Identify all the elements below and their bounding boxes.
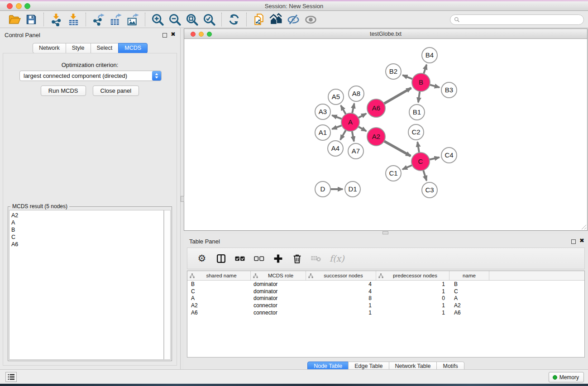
delete-table-icon[interactable] <box>310 253 322 264</box>
run-mcds-button[interactable]: Run MCDS <box>41 86 86 96</box>
memory-button[interactable]: Memory <box>549 372 584 382</box>
cell: 8 <box>306 295 376 301</box>
main-toolbar <box>0 11 588 28</box>
close-table-panel-icon[interactable]: ✖ <box>579 238 584 244</box>
cell: B <box>449 281 489 287</box>
search-icon <box>454 17 460 23</box>
table-panel-header: Table Panel ✖ <box>184 234 588 246</box>
table-row[interactable]: A2connector11A2 <box>187 302 584 309</box>
tab-style[interactable]: Style <box>66 43 91 53</box>
zoom-in-icon[interactable] <box>149 12 166 27</box>
search-box[interactable] <box>450 14 584 25</box>
control-panel-header: Control Panel ✖ <box>0 28 180 40</box>
tab-select[interactable]: Select <box>91 43 119 53</box>
eye-icon[interactable] <box>302 12 319 27</box>
copy-networks-icon[interactable] <box>250 12 268 27</box>
deselect-all-icon[interactable] <box>253 253 265 264</box>
optimization-criterion-select[interactable]: largest connected component (directed) <box>19 71 162 81</box>
zoom-out-icon[interactable] <box>166 12 183 27</box>
mcds-result-groupbox: MCDS result (5 nodes) A2ABCA6 <box>8 206 172 361</box>
cell: 1 <box>376 288 449 295</box>
import-network-icon[interactable] <box>48 12 65 27</box>
delete-column-icon[interactable] <box>291 253 303 264</box>
gear-icon[interactable]: ⚙ <box>196 253 208 264</box>
column-header-shared-name[interactable]: shared name <box>187 271 251 280</box>
export-network-icon[interactable] <box>90 12 107 27</box>
column-header-successor-nodes[interactable]: successor nodes <box>306 271 376 280</box>
save-session-icon[interactable] <box>23 12 40 27</box>
toolbar-separator <box>221 13 222 26</box>
cell: A2 <box>449 302 489 309</box>
cell: connector <box>251 302 306 309</box>
table-row[interactable]: Bdominator41B <box>187 281 584 288</box>
node-label-C4: C4 <box>445 151 453 159</box>
node-label-A5: A5 <box>332 93 340 100</box>
splitter-handle[interactable] <box>181 196 184 202</box>
node-table: shared nameMCDS rolesuccessor nodesprede… <box>187 271 585 357</box>
table-row[interactable]: Adominator80A <box>187 295 584 302</box>
task-history-button[interactable] <box>5 372 17 382</box>
result-item[interactable]: B <box>11 226 163 234</box>
cell: A <box>187 295 251 301</box>
attribute-type-icon <box>253 273 258 278</box>
open-session-icon[interactable] <box>5 12 23 27</box>
table-row[interactable]: A6connector11A6 <box>187 309 584 316</box>
cell: 4 <box>306 281 376 287</box>
zoom-selected-icon[interactable] <box>201 12 218 27</box>
eye-slash-icon[interactable] <box>285 12 302 27</box>
toolbar-separator <box>145 13 145 26</box>
result-item[interactable]: A6 <box>11 241 163 248</box>
export-table-icon[interactable] <box>107 12 124 27</box>
column-header-predecessor-nodes[interactable]: predecessor nodes <box>376 271 449 280</box>
attribute-type-icon <box>190 273 195 278</box>
network-canvas[interactable]: AA1A2A3A4A5A6A7A8BB1B2B3B4CC1C2C3C4DD1 <box>185 39 587 230</box>
close-panel-button[interactable]: Close panel <box>93 86 139 96</box>
import-table-icon[interactable] <box>65 12 82 27</box>
splitter-handle-horizontal[interactable] <box>382 231 388 234</box>
column-header-name[interactable]: name <box>449 271 489 280</box>
add-column-icon[interactable] <box>272 253 284 264</box>
select-all-icon[interactable] <box>234 253 246 264</box>
split-columns-icon[interactable] <box>215 253 227 264</box>
node-label-A2: A2 <box>372 133 380 140</box>
node-label-B4: B4 <box>425 51 434 59</box>
network-window-titlebar: testGlobe.txt <box>184 29 587 39</box>
window-title: Session: New Session <box>0 3 588 10</box>
tab-network[interactable]: Network <box>33 43 66 53</box>
node-label-A4: A4 <box>331 144 339 152</box>
cell: 0 <box>376 295 449 301</box>
zoom-fit-icon[interactable] <box>183 12 201 27</box>
home-icon[interactable] <box>268 12 285 27</box>
column-header-MCDS-role[interactable]: MCDS role <box>251 271 306 280</box>
cell: dominator <box>251 288 306 295</box>
attribute-type-icon <box>308 273 313 278</box>
control-panel-title: Control Panel <box>5 32 40 38</box>
cell: B <box>187 281 251 287</box>
close-panel-icon[interactable]: ✖ <box>171 31 176 38</box>
search-input[interactable] <box>460 15 583 24</box>
toolbar-separator <box>86 13 86 26</box>
tab-mcds[interactable]: MCDS <box>118 43 148 53</box>
memory-label: Memory <box>559 374 579 381</box>
cell: C <box>187 288 251 295</box>
desktop-wallpaper-strip-bottom <box>0 384 588 386</box>
node-label-C1: C1 <box>389 169 397 177</box>
dropdown-stepper-icon <box>152 71 161 81</box>
float-table-panel-icon[interactable] <box>571 239 576 244</box>
node-label-A8: A8 <box>352 90 360 97</box>
float-panel-icon[interactable] <box>163 33 167 38</box>
export-image-icon[interactable] <box>124 12 141 27</box>
result-item[interactable]: A2 <box>11 212 163 219</box>
result-scrollbar[interactable] <box>164 210 171 360</box>
mcds-result-title: MCDS result (5 nodes) <box>10 203 69 210</box>
refresh-network-icon[interactable] <box>225 12 243 27</box>
control-panel-tabs: NetworkStyleSelectMCDS <box>0 43 180 53</box>
table-row[interactable]: Cdominator41C <box>187 288 584 295</box>
result-item[interactable]: A <box>11 219 163 226</box>
result-item[interactable]: C <box>11 234 163 241</box>
cell: A2 <box>187 302 251 309</box>
function-builder-icon[interactable]: f(x) <box>330 253 344 263</box>
table-header-row: shared nameMCDS rolesuccessor nodesprede… <box>187 271 584 281</box>
node-label-B: B <box>419 78 423 86</box>
network-view-window: testGlobe.txt AA1A2A3A4A5A6A7A8BB1B2B3B4… <box>184 29 588 231</box>
